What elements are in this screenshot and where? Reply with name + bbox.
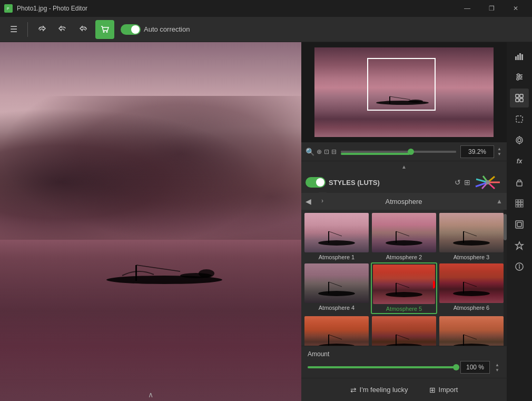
bottom-buttons: ⇄ I'm feeling lucky ⊞ Import — [301, 378, 507, 401]
lucky-icon: ⇄ — [350, 386, 357, 394]
sidebar-adjust-btn[interactable] — [510, 67, 529, 86]
svg-rect-71 — [516, 205, 518, 207]
cart-button[interactable] — [95, 20, 114, 39]
style-thumb-7 — [304, 316, 369, 346]
preview-image — [314, 47, 494, 137]
styles-grid-icon[interactable]: ⊞ — [464, 178, 470, 187]
zoom-up-arrow[interactable]: ▲ — [496, 146, 503, 152]
styles-header: STYLES (LUTS) ↺ ⊞ — [301, 172, 507, 193]
zoom-down-arrow[interactable]: ▼ — [496, 152, 503, 157]
sidebar-texture-btn[interactable] — [510, 194, 529, 213]
sidebar-fx-btn[interactable]: fx — [510, 152, 529, 171]
zoom-in-icon[interactable]: ⊕ — [317, 148, 322, 155]
styles-refresh-icon[interactable]: ↺ — [455, 178, 461, 187]
zoom-out-icon[interactable]: 🔍 — [306, 148, 314, 156]
close-button[interactable]: ✕ — [504, 0, 528, 17]
amount-slider[interactable] — [308, 366, 456, 368]
category-scroll-up[interactable]: ▲ — [496, 198, 503, 205]
undo-button[interactable] — [32, 20, 51, 39]
sidebar-effects-btn[interactable] — [510, 131, 529, 150]
svg-point-54 — [517, 78, 519, 80]
sidebar-frame-btn[interactable] — [510, 215, 529, 234]
amount-thumb[interactable] — [453, 364, 459, 370]
zoom-fit-icon[interactable]: ⊡ — [324, 148, 329, 155]
svg-rect-58 — [520, 99, 523, 102]
zoom-value: 39.2% — [460, 145, 494, 158]
svg-rect-50 — [519, 53, 521, 60]
sidebar-styles-btn[interactable] — [510, 89, 529, 107]
styles-toggle: STYLES (LUTS) — [306, 177, 380, 188]
import-button[interactable]: ⊞ Import — [423, 383, 465, 397]
style-item-8[interactable]: Atmosphere 8 — [371, 315, 437, 346]
zoom-thumb[interactable] — [408, 149, 414, 155]
style-item-3[interactable]: Atmosphere 3 — [438, 212, 505, 261]
photo-canvas: ∧ — [0, 42, 301, 401]
minimize-button[interactable]: — — [455, 0, 479, 17]
category-title: Atmosphere — [316, 198, 492, 206]
svg-rect-66 — [518, 200, 520, 202]
amount-down-arrow[interactable]: ▼ — [494, 367, 500, 373]
sidebar-ai-btn[interactable] — [510, 236, 529, 255]
window-controls: — ❐ ✕ — [455, 0, 528, 17]
feeling-lucky-button[interactable]: ⇄ I'm feeling lucky — [344, 383, 415, 397]
style-item-4[interactable]: Atmosphere 4 — [303, 262, 370, 314]
titlebar: P Photo1.jpg - Photo Editor — ❐ ✕ — [0, 0, 532, 17]
collapse-arrow: ▲ — [401, 164, 407, 170]
svg-rect-5 — [135, 265, 137, 281]
style-item-1[interactable]: Atmosphere 1 — [303, 212, 370, 261]
selected-arrow-indicator — [433, 280, 435, 289]
style-label-5: Atmosphere 5 — [386, 306, 422, 312]
redo-button[interactable] — [74, 20, 93, 39]
window-title: Photo1.jpg - Photo Editor — [17, 5, 451, 12]
collapse-bar[interactable]: ▲ — [301, 161, 507, 172]
sidebar-selection-btn[interactable] — [510, 110, 529, 129]
svg-rect-64 — [517, 182, 522, 186]
auto-correction-toggle[interactable]: Auto correction — [121, 24, 190, 35]
style-thumb-6 — [439, 263, 504, 303]
svg-point-53 — [519, 76, 521, 78]
style-label-3: Atmosphere 3 — [454, 254, 489, 260]
style-item-6[interactable]: Atmosphere 6 — [438, 262, 505, 314]
svg-point-27 — [453, 240, 490, 246]
panel-expander[interactable]: › — [318, 192, 327, 209]
canvas-area[interactable]: ∧ — [0, 42, 301, 401]
styles-label: STYLES (LUTS) — [329, 179, 380, 187]
svg-rect-73 — [521, 205, 523, 207]
zoom-arrows: ▲ ▼ — [496, 146, 503, 157]
style-thumb-9 — [439, 316, 504, 346]
styles-grid-container: Atmosphere 1Atmosphere 2Atmosphere 3Atmo… — [301, 210, 507, 346]
toggle-switch[interactable] — [121, 24, 141, 35]
svg-rect-67 — [521, 200, 523, 202]
svg-rect-68 — [516, 202, 518, 204]
svg-rect-74 — [516, 221, 523, 228]
sidebar-info-btn[interactable] — [510, 257, 529, 276]
svg-point-24 — [386, 240, 422, 246]
sidebar-histogram-btn[interactable] — [510, 46, 529, 65]
styles-scrollbar-thumb[interactable] — [504, 214, 507, 240]
undo2-button[interactable] — [53, 20, 72, 39]
category-back-button[interactable]: ◀ — [306, 197, 311, 206]
svg-point-20 — [486, 180, 490, 184]
zoom-controls: 🔍 ⊕ ⊡ ⊟ 39.2% ▲ ▼ — [301, 142, 507, 161]
restore-button[interactable]: ❐ — [479, 0, 504, 17]
color-wheel[interactable] — [474, 175, 503, 190]
svg-rect-49 — [517, 55, 519, 60]
svg-line-38 — [464, 282, 477, 287]
style-item-2[interactable]: Atmosphere 2 — [371, 212, 437, 261]
style-label-1: Atmosphere 1 — [319, 254, 354, 260]
styles-toggle-switch[interactable] — [306, 177, 326, 188]
lucky-label: I'm feeling lucky — [360, 386, 408, 394]
sidebar-lock-btn[interactable] — [510, 173, 529, 192]
style-item-9[interactable]: Atmosphere 9 — [438, 315, 505, 346]
svg-rect-22 — [328, 231, 329, 243]
canvas-expand-arrow[interactable]: ∧ — [148, 390, 153, 399]
style-thumb-4 — [304, 263, 369, 303]
style-item-5[interactable]: Atmosphere 5 — [371, 262, 437, 314]
menu-button[interactable]: ☰ — [4, 20, 23, 39]
svg-rect-57 — [516, 99, 519, 102]
svg-point-33 — [386, 292, 422, 297]
zoom-slider[interactable] — [341, 151, 456, 153]
amount-up-arrow[interactable]: ▲ — [494, 362, 500, 367]
style-item-7[interactable]: Atmosphere 7 — [303, 315, 370, 346]
zoom-actual-icon[interactable]: ⊟ — [331, 148, 337, 155]
